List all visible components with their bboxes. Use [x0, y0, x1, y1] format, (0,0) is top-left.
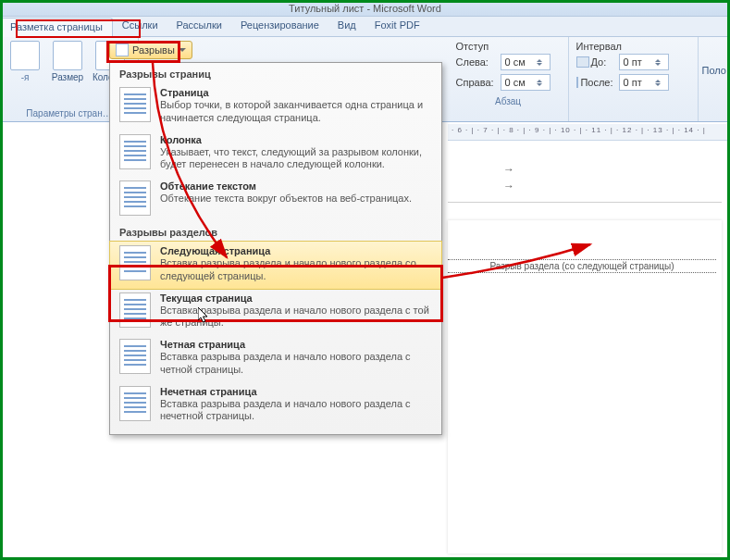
odd-page-break-icon — [119, 386, 151, 421]
section-break-marker: Разрыв раздела (со следующей страницы) — [448, 259, 716, 273]
spacing-before-icon — [576, 56, 589, 68]
menu-item-column[interactable]: КолонкаУказывает, что текст, следующий з… — [110, 131, 441, 178]
size-icon — [53, 41, 82, 70]
document-page[interactable]: → → Разрыв раздела (со следующей страниц… — [448, 146, 727, 554]
mouse-cursor-icon — [198, 307, 209, 324]
paragraph-group-label: Абзац — [456, 94, 561, 106]
size-button[interactable]: Размер — [48, 41, 87, 107]
tab-mailings[interactable]: Рассылки — [167, 17, 231, 37]
tab-review[interactable]: Рецензирование — [231, 17, 328, 37]
window-title: Титульный лист - Microsoft Word — [0, 0, 730, 17]
column-break-icon — [119, 134, 151, 169]
tab-page-layout[interactable]: Разметка страницы — [0, 18, 113, 37]
indent-right-input[interactable]: 0 см — [501, 74, 551, 91]
menu-item-continuous[interactable]: Текущая страницаВставка разрыва раздела … — [110, 289, 441, 336]
breaks-button[interactable]: Разрывы — [109, 41, 192, 59]
horizontal-ruler[interactable]: · 6 · | · 7 · | · 8 · | · 9 · | · 10 · |… — [448, 124, 727, 141]
spacing-before-input[interactable]: 0 пт — [619, 54, 669, 70]
tab-mark-icon: → — [503, 163, 514, 176]
next-page-break-icon — [119, 245, 151, 280]
menu-item-even-page[interactable]: Четная страницаВставка разрыва раздела и… — [110, 335, 441, 382]
indent-group: Отступ Слева:0 см Справа:0 см Абзац — [449, 37, 569, 121]
page-break-icon — [119, 87, 151, 122]
menu-item-text-wrapping[interactable]: Обтекание текстомОбтекание текста вокруг… — [110, 177, 441, 221]
tab-view[interactable]: Вид — [328, 17, 365, 37]
spacing-group: Интервал До:0 пт После:0 пт — [569, 37, 699, 121]
ribbon-tabs: Разметка страницы Ссылки Рассылки Реценз… — [0, 17, 730, 37]
chevron-down-icon — [179, 48, 186, 52]
even-page-break-icon — [119, 339, 151, 374]
indent-left-input[interactable]: 0 см — [501, 54, 551, 70]
spacing-after-icon — [576, 77, 579, 88]
spacing-after-input[interactable]: 0 пт — [619, 74, 669, 91]
text-wrapping-icon — [119, 180, 151, 216]
continuous-break-icon — [119, 292, 151, 328]
position-cut-label: Поло — [699, 37, 730, 121]
menu-item-odd-page[interactable]: Нечетная страницаВставка разрыва раздела… — [110, 382, 441, 429]
menu-section-page-breaks: Разрывы страниц — [110, 63, 441, 83]
document-area[interactable]: · 6 · | · 7 · | · 8 · | · 9 · | · 10 · |… — [448, 124, 727, 557]
menu-section-section-breaks: Разрывы разделов — [110, 221, 441, 242]
tab-foxit-pdf[interactable]: Foxit PDF — [365, 17, 429, 37]
tab-mark-icon: → — [503, 180, 514, 193]
document-page-2[interactable]: Разрыв раздела (со следующей страницы) — [448, 220, 722, 554]
tab-references[interactable]: Ссылки — [113, 17, 167, 37]
breaks-menu: Разрывы страниц СтраницаВыбор точки, в к… — [109, 62, 442, 435]
orientation-cut-button[interactable]: -я — [6, 41, 44, 107]
menu-item-next-page[interactable]: Следующая страницаВставка разрыва раздел… — [109, 241, 442, 290]
page-icon — [10, 41, 40, 70]
menu-item-page[interactable]: СтраницаВыбор точки, в которой заканчива… — [110, 83, 441, 131]
breaks-icon — [116, 44, 129, 56]
page-gap — [448, 202, 722, 203]
